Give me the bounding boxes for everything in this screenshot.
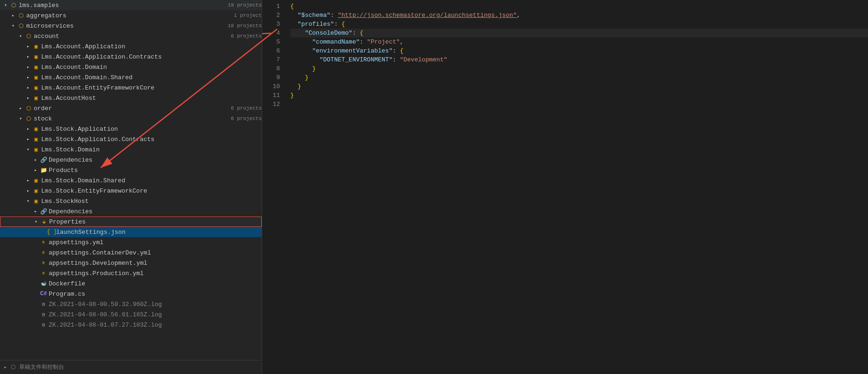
chevron-right-icon: ▸ bbox=[24, 95, 32, 101]
code-line-10: } bbox=[290, 82, 868, 91]
tree-lms-account-efcore[interactable]: ▸ ▣ Lms.Account.EntityFrameworkCore bbox=[0, 82, 262, 93]
chevron-right-icon: ▸ bbox=[24, 75, 32, 80]
tree-program[interactable]: C# Program.cs bbox=[0, 289, 262, 299]
chevron-right-icon: ▸ bbox=[24, 126, 32, 132]
tree-properties[interactable]: ▾ ⬙ Properties bbox=[0, 217, 262, 227]
solution-icon: ⬡ bbox=[9, 2, 18, 9]
tree-lms-account-host[interactable]: ▸ ▣ Lms.AccountHost bbox=[0, 93, 262, 103]
tree-appsettings-production[interactable]: ≡ appsettings.Production.yml bbox=[0, 268, 262, 278]
tree-products[interactable]: ▸ 📁 Products bbox=[0, 165, 262, 175]
bottom-bar[interactable]: ▸ ⬡ 草稿文件和控制台 bbox=[0, 360, 262, 374]
tree-lms-account-app[interactable]: ▸ ▣ Lms.Account.Application bbox=[0, 41, 262, 52]
aggregators-badge: 1 project bbox=[232, 13, 262, 18]
tree-stock[interactable]: ▾ ⬡ stock 6 projects bbox=[0, 113, 262, 124]
chevron-right-icon: ▸ bbox=[24, 54, 32, 60]
code-line-1: { bbox=[290, 2, 868, 11]
chevron-right-icon: ▸ bbox=[24, 136, 32, 142]
chevron-down-icon: ▾ bbox=[17, 33, 24, 39]
tree-lms-account-domain-shared[interactable]: ▸ ▣ Lms.Account.Domain.Shared bbox=[0, 72, 262, 82]
chevron-down-icon: ▾ bbox=[32, 219, 40, 224]
tree-lms-stock-domain-shared[interactable]: ▸ ▣ Lms.Stock.Domain.Shared bbox=[0, 175, 262, 186]
solution-icon: ⬡ bbox=[17, 12, 25, 19]
chevron-down-icon: ▾ bbox=[17, 116, 24, 121]
tree-lms-stock-domain[interactable]: ▾ ▣ Lms.Stock.Domain bbox=[0, 144, 262, 155]
chevron-right-icon: ▸ bbox=[32, 157, 39, 163]
tree-microservices[interactable]: ▾ ⬡ microservices 18 projects bbox=[0, 21, 262, 31]
tree-lms-stock-host[interactable]: ▾ ▣ Lms.StockHost bbox=[0, 196, 262, 206]
chevron-down-icon: ▾ bbox=[9, 23, 17, 29]
tree-appsettings-development[interactable]: ≡ appsettings.Development.yml bbox=[0, 258, 262, 268]
tree-log1[interactable]: ▤ ZK.2021-04-08-00.50.32.960Z.log bbox=[0, 299, 262, 309]
tree-lms-stock-contracts[interactable]: ▸ ▣ Lms.Stock.Application.Contracts bbox=[0, 134, 262, 144]
chevron-right-icon: ▸ bbox=[17, 105, 24, 111]
expand-icon: ▸ bbox=[4, 364, 7, 371]
tree-lms-account-contracts[interactable]: ▸ ▣ Lms.Account.Application.Contracts bbox=[0, 52, 262, 62]
tree-dockerfile[interactable]: 🐋 Dockerfile bbox=[0, 278, 262, 289]
chevron-right-icon: ▸ bbox=[32, 167, 39, 173]
tree-log3[interactable]: ▤ ZK.2021-04-08-01.07.27.103Z.log bbox=[0, 320, 262, 330]
folder-icon: ⬙ bbox=[40, 218, 48, 225]
project-icon: ▣ bbox=[32, 74, 40, 81]
root-label: lms.samples bbox=[18, 2, 226, 9]
code-line-3: "profiles": { bbox=[290, 20, 868, 29]
tree-lms-stock-app[interactable]: ▸ ▣ Lms.Stock.Application bbox=[0, 124, 262, 134]
chevron-down-icon: ▾ bbox=[24, 198, 32, 204]
project-icon: ▣ bbox=[32, 126, 40, 133]
chevron-right-icon: ▸ bbox=[24, 188, 32, 194]
project-icon: ▣ bbox=[32, 177, 40, 184]
microservices-badge: 18 projects bbox=[226, 23, 262, 29]
aggregators-label: aggregators bbox=[25, 12, 232, 19]
code-line-9: } bbox=[290, 73, 868, 82]
code-line-11: } bbox=[290, 91, 868, 100]
project-icon: ▣ bbox=[32, 43, 40, 50]
microservices-label: microservices bbox=[25, 22, 226, 30]
tree-dependencies[interactable]: ▸ 🔗 Dependencies bbox=[0, 155, 262, 165]
tree-lms-stock-efcore[interactable]: ▸ ▣ Lms.Stock.EntityFrameworkCore bbox=[0, 186, 262, 196]
chevron-down-icon: ▾ bbox=[2, 2, 9, 8]
chevron-right-icon: ▸ bbox=[24, 44, 32, 49]
tree-account[interactable]: ▾ ⬡ account 6 projects bbox=[0, 31, 262, 41]
chevron-right-icon: ▸ bbox=[24, 85, 32, 90]
yml-icon: ≡ bbox=[39, 240, 48, 245]
solution-icon: ⬡ bbox=[24, 115, 33, 122]
json-icon: { } bbox=[47, 229, 55, 235]
root-badge: 19 projects bbox=[226, 2, 262, 8]
code-line-4: "ConsoleDemo": { bbox=[290, 29, 868, 37]
dependencies-icon: 🔗 bbox=[39, 208, 48, 215]
chevron-down-icon: ▾ bbox=[24, 147, 32, 152]
project-icon: ▣ bbox=[32, 146, 40, 153]
project-icon: ▣ bbox=[32, 64, 40, 71]
yml-icon: ≡ bbox=[39, 261, 48, 266]
tree-root[interactable]: ▾ ⬡ lms.samples 19 projects bbox=[0, 0, 262, 10]
yml-icon: ≡ bbox=[39, 250, 48, 255]
tree-launchsettings[interactable]: { } launchSettings.json bbox=[0, 227, 262, 237]
tree-lms-account-domain[interactable]: ▸ ▣ Lms.Account.Domain bbox=[0, 62, 262, 72]
tree-stock-dependencies[interactable]: ▸ 🔗 Dependencies bbox=[0, 206, 262, 217]
tree-aggregators[interactable]: ▸ ⬡ aggregators 1 project bbox=[0, 10, 262, 21]
code-line-6: "environmentVariables": { bbox=[290, 46, 868, 55]
project-icon: ▣ bbox=[32, 198, 40, 205]
project-icon: ▣ bbox=[32, 187, 40, 194]
code-line-7: "DOTNET_ENVIRONMENT": "Development" bbox=[290, 55, 868, 64]
solution-icon: ⬡ bbox=[24, 105, 33, 112]
tree-log2[interactable]: ▤ ZK.2021-04-08-00.56.01.165Z.log bbox=[0, 309, 262, 320]
sidebar: ▾ ⬡ lms.samples 19 projects ▸ ⬡ aggregat… bbox=[0, 0, 262, 374]
tree-order[interactable]: ▸ ⬡ order 6 projects bbox=[0, 103, 262, 113]
folder-icon: 📁 bbox=[39, 167, 48, 174]
project-icon: ▣ bbox=[32, 53, 40, 60]
solution-icon: ⬡ bbox=[24, 33, 33, 40]
csharp-icon: C# bbox=[39, 291, 48, 297]
code-line-5: "commandName": "Project", bbox=[290, 37, 868, 46]
docker-icon: 🐋 bbox=[39, 281, 48, 286]
tree-appsettings[interactable]: ≡ appsettings.yml bbox=[0, 237, 262, 247]
chevron-right-icon: ▸ bbox=[24, 178, 32, 183]
code-line-8: } bbox=[290, 64, 868, 73]
log-icon: ▤ bbox=[39, 301, 48, 307]
editor: 1 2 3 4 5 6 7 8 9 10 11 12 { "$schema": … bbox=[262, 0, 868, 374]
code-line-12 bbox=[290, 100, 868, 109]
chevron-right-icon: ▸ bbox=[9, 13, 17, 18]
code-line-2: "$schema": "http://json.schemastore.org/… bbox=[290, 11, 868, 20]
project-icon: ▣ bbox=[32, 136, 40, 143]
project-icon: ▣ bbox=[32, 84, 40, 91]
tree-appsettings-containerdev[interactable]: ≡ appsettings.ContainerDev.yml bbox=[0, 247, 262, 258]
